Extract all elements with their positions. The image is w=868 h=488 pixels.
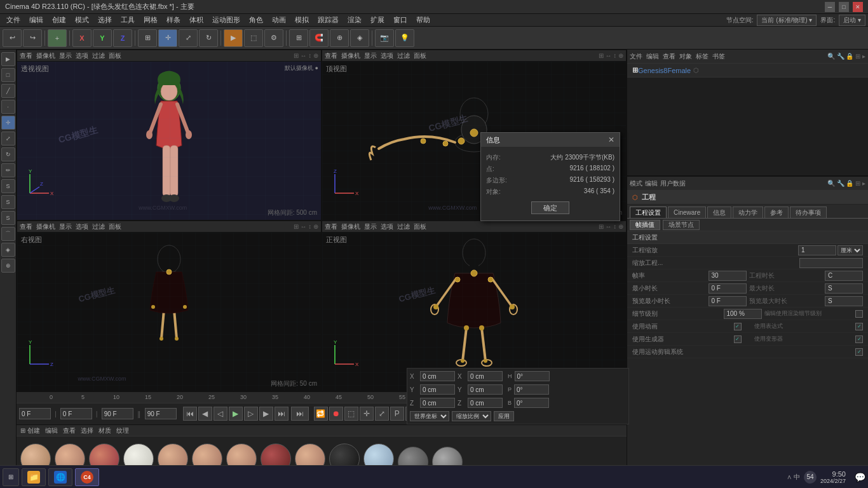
h-rotation-input[interactable]: [468, 371, 503, 381]
move-button[interactable]: ✛: [158, 29, 177, 47]
b-deg-input[interactable]: [514, 398, 549, 408]
close-button[interactable]: ✕: [853, 2, 863, 12]
obj-bookmark[interactable]: 书签: [712, 52, 725, 61]
rotate-y-button[interactable]: Y: [93, 29, 112, 47]
prop-scale-project-value[interactable]: [799, 258, 863, 268]
sidebar-point-btn[interactable]: ·: [1, 100, 15, 114]
prop-expr-check[interactable]: ✓: [855, 323, 863, 330]
scale-button[interactable]: ⤢: [179, 29, 198, 47]
sidebar-mode-btn[interactable]: ▶: [1, 52, 15, 66]
vp3-filter[interactable]: 过滤: [92, 222, 105, 231]
new-object-button[interactable]: +: [48, 29, 67, 47]
prop-prev-min-value[interactable]: 0 F: [709, 296, 747, 306]
loop-button[interactable]: 🔁: [314, 407, 328, 421]
record-button[interactable]: ⏺: [329, 407, 343, 421]
menu-edit[interactable]: 编辑: [25, 14, 47, 26]
render-settings-button[interactable]: ⚙: [264, 29, 283, 47]
h-value-input[interactable]: [515, 371, 550, 381]
next-kf-button[interactable]: ▷: [244, 407, 258, 421]
tab-todo[interactable]: 待办事项: [790, 207, 827, 218]
vp3-camera[interactable]: 摄像机: [36, 222, 55, 231]
viewport-front[interactable]: 查看 摄像机 显示 选项 过滤 面板 ⊞ ↔ ↕ ⊕ 正视图: [322, 220, 627, 391]
minimize-button[interactable]: ─: [825, 2, 835, 12]
rotate-x-button[interactable]: X: [72, 29, 92, 47]
menu-animate[interactable]: 动画: [268, 14, 290, 26]
start-button[interactable]: ⊞: [3, 468, 19, 486]
rotate-z-button[interactable]: Z: [113, 29, 132, 47]
next-frame-button[interactable]: ▶: [259, 407, 273, 421]
vp3-display[interactable]: 显示: [59, 222, 72, 231]
sidebar-magnet-btn[interactable]: ⊕: [1, 259, 15, 273]
current-frame-input[interactable]: [19, 408, 51, 419]
prop-duration-value[interactable]: C: [825, 271, 863, 281]
menu-mograph[interactable]: 运动图形: [208, 14, 244, 26]
tab-cineware[interactable]: Cineware: [668, 207, 706, 218]
menu-create[interactable]: 创建: [48, 14, 70, 26]
vp2-display[interactable]: 显示: [364, 51, 377, 60]
vp1-camera[interactable]: 摄像机: [36, 51, 55, 60]
b-value-input[interactable]: [468, 398, 503, 408]
start-frame-input[interactable]: [60, 408, 92, 419]
vp1-view[interactable]: 查看: [20, 51, 32, 60]
props-userdata[interactable]: 用户数据: [660, 179, 686, 188]
playback-mode-button[interactable]: ⬚: [344, 407, 358, 421]
prev-frame-button[interactable]: ◀: [198, 407, 212, 421]
deform-button[interactable]: ◈: [350, 29, 369, 47]
sidebar-s1-btn[interactable]: S: [1, 179, 15, 193]
sidebar-pen-btn[interactable]: ✏: [1, 163, 15, 177]
mat-view[interactable]: 查看: [63, 426, 76, 435]
scale-tl-button[interactable]: ⤢: [375, 407, 389, 421]
prop-fps-value[interactable]: 30: [709, 271, 747, 281]
tab-project-settings[interactable]: 工程设置: [630, 207, 667, 218]
browser-button[interactable]: 🌐: [48, 468, 72, 486]
coord-system-select[interactable]: 世界坐标 对象坐标: [410, 411, 449, 421]
light-button[interactable]: 💡: [395, 29, 414, 47]
mat-create[interactable]: ⊞ 创建: [20, 426, 40, 435]
to-end-button2[interactable]: ⏭: [291, 407, 309, 421]
vp3-select[interactable]: 选项: [76, 222, 88, 231]
vp4-panel[interactable]: 面板: [414, 222, 426, 231]
vp4-display[interactable]: 显示: [364, 222, 377, 231]
prop-deform-check[interactable]: ✓: [855, 336, 863, 343]
prop-scale-value[interactable]: 1: [798, 245, 836, 255]
undo-button[interactable]: ↩: [3, 29, 22, 47]
info-close-button[interactable]: ✕: [608, 135, 614, 144]
sidebar-s2-btn[interactable]: S: [1, 195, 15, 209]
tab-info[interactable]: 信息: [707, 207, 731, 218]
root-object-name[interactable]: Genesis8Female: [638, 67, 691, 74]
menu-character[interactable]: 角色: [245, 14, 267, 26]
vp1-select[interactable]: 选项: [76, 51, 88, 60]
obj-view[interactable]: 查看: [663, 52, 675, 61]
menu-extend[interactable]: 扩展: [367, 14, 388, 26]
prop-lod-render-check[interactable]: [855, 310, 863, 318]
viewport-right[interactable]: 查看 摄像机 显示 选项 过滤 面板 ⊞ ↔ ↕ ⊕ 右视图: [17, 220, 322, 391]
prop-prev-max-value[interactable]: S: [825, 296, 863, 306]
info-ok-button[interactable]: 确定: [531, 201, 569, 214]
cinema4d-button[interactable]: C4: [75, 468, 99, 486]
mat-edit[interactable]: 编辑: [45, 426, 58, 435]
snap-button[interactable]: 🧲: [309, 29, 329, 47]
prop-lod-value[interactable]: 100 %: [724, 309, 762, 319]
menu-render[interactable]: 渲染: [344, 14, 365, 26]
sidebar-rotate-btn[interactable]: ↻: [1, 147, 15, 161]
auto-key-button[interactable]: P: [390, 407, 404, 421]
prev-kf-button[interactable]: ◁: [214, 407, 227, 421]
sidebar-move-btn[interactable]: ✛: [1, 116, 15, 130]
prop-scale-unit[interactable]: 厘米米: [837, 245, 863, 255]
vp4-select[interactable]: 选项: [381, 222, 393, 231]
tab-dynamics[interactable]: 动力学: [733, 207, 763, 218]
x-position-input[interactable]: [420, 371, 455, 381]
vp1-filter[interactable]: 过滤: [92, 51, 105, 60]
sidebar-edge-btn[interactable]: ╱: [1, 84, 15, 98]
obj-tag[interactable]: 标签: [696, 52, 709, 61]
menu-volume[interactable]: 体积: [186, 14, 207, 26]
obj-file[interactable]: 文件: [630, 52, 642, 61]
render-region-button[interactable]: ⬚: [244, 29, 263, 47]
vp3-panel[interactable]: 面板: [109, 222, 121, 231]
z-position-input[interactable]: [420, 398, 455, 408]
mat-material[interactable]: 材质: [98, 426, 111, 435]
scale-mode-select[interactable]: 缩放比例: [452, 411, 491, 421]
obj-edit[interactable]: 编辑: [646, 52, 659, 61]
vp3-view[interactable]: 查看: [20, 222, 32, 231]
redo-button[interactable]: ↪: [23, 29, 42, 47]
